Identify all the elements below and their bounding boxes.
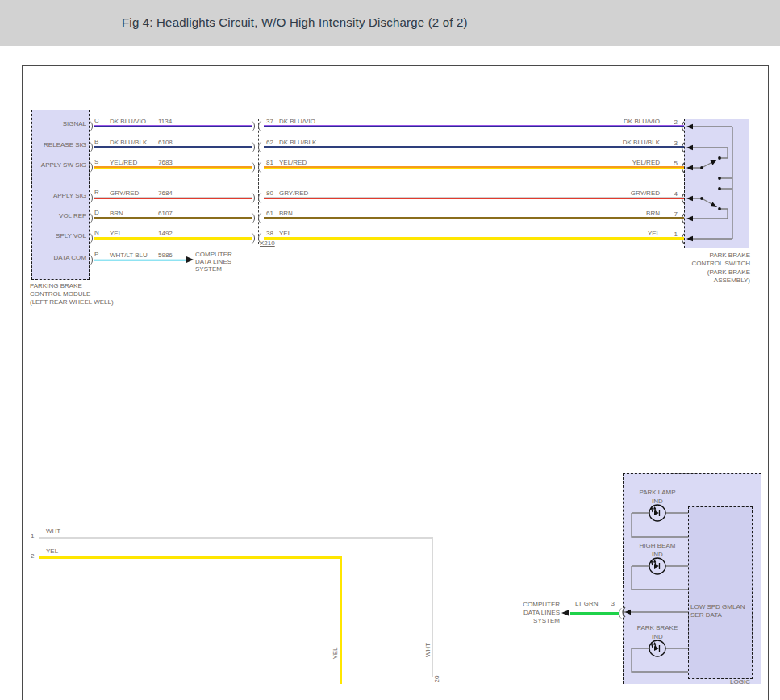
bottom-wire2-color-label: YEL <box>46 548 58 555</box>
module-pin-name: SIGNAL <box>32 120 86 127</box>
wire-row-release-sig: RELEASE SIG B DK BLU/BLK 6108 62 DK BLU/… <box>0 138 780 159</box>
high-beam-ind-line2: IND <box>625 551 690 558</box>
inline-connector-pin: 38 <box>266 230 273 237</box>
inline-connector-pin: 80 <box>266 190 273 197</box>
wire-segment-right <box>264 146 684 148</box>
wire-circuit-number: 7684 <box>158 190 173 197</box>
wire-color-label: GRY/RED <box>110 190 139 197</box>
module-pin-name: APPLY SW SIG <box>32 161 86 169</box>
data-lines-arrow-icon <box>186 256 194 263</box>
module-pin-letter: D <box>94 209 99 216</box>
switch-label-line4: ASSEMBLY) <box>668 277 750 284</box>
wire-circuit-number: 6108 <box>158 139 173 146</box>
wire-color-label-2: DK BLU/VIO <box>279 118 315 125</box>
cluster-destination-line3: SYSTEM <box>516 617 560 624</box>
wire-color-label-right: GRY/RED <box>591 190 660 197</box>
wire-segment-right <box>264 217 684 219</box>
wire-segment-left <box>94 125 252 127</box>
wire-color-label: YEL/RED <box>110 159 137 166</box>
module-label-line3: (LEFT REAR WHEEL WELL) <box>30 298 114 306</box>
connector-arc <box>89 193 93 203</box>
figure-title: Fig 4: Headlights Circuit, W/O High Inte… <box>122 15 468 29</box>
connector-arc <box>251 193 255 203</box>
module-pin-name: RELEASE SIG <box>32 141 86 148</box>
wiring-diagram-page: { "title": "Fig 4: Headlights Circuit, W… <box>0 0 780 700</box>
wire-color-label-right: YEL/RED <box>591 159 660 166</box>
module-pin-letter: C <box>94 117 99 124</box>
connector-arc <box>251 162 255 173</box>
destination-line3: SYSTEM <box>195 265 222 273</box>
module-pin-letter: P <box>94 251 98 258</box>
connector-arc <box>258 213 262 223</box>
destination-line1: COMPUTER <box>195 251 232 258</box>
yel-vertical-label: YEL <box>332 644 340 663</box>
wire-row-data-com: DATA COM P WHT/LT BLU 5986 COMPUTER DATA… <box>0 251 780 272</box>
switch-pin-number: 1 <box>665 231 678 238</box>
wire-row-apply-sig: APPLY SIG R GRY/RED 7684 80 GRY/RED GRY/… <box>0 189 780 210</box>
connector-arc <box>251 142 255 152</box>
wire-segment-data-com <box>94 259 186 261</box>
connector-arc <box>258 233 262 244</box>
bottom-wire2-pin: 2 <box>31 552 34 560</box>
switch-pin-number: 2 <box>665 119 678 126</box>
bottom-end-pin-label: 20 <box>433 673 441 685</box>
wire-circuit-number: 1492 <box>158 230 173 237</box>
yel-wire-horizontal <box>39 556 341 559</box>
wht-vertical-label: WHT <box>424 640 432 660</box>
gmlan-label-line1: LOW SPD GMLAN <box>690 603 745 610</box>
wire-color-label: WHT/LT BLU <box>110 252 148 259</box>
connector-arc <box>619 608 623 619</box>
module-pin-name: SPLY VOL <box>32 232 86 240</box>
park-lamp-ind-line1: PARK LAMP <box>625 489 690 496</box>
connector-arc <box>89 233 93 244</box>
wire-row-apply-sw-sig: APPLY SW SIG S YEL/RED 7683 81 YEL/RED Y… <box>0 158 780 179</box>
computer-data-lines-arrow-icon <box>561 610 569 616</box>
wire-color-label: DK BLU/VIO <box>110 118 146 125</box>
lt-grn-wire <box>570 612 619 615</box>
connector-arc <box>89 142 93 152</box>
wire-segment-right <box>264 237 684 240</box>
wire-segment-left <box>94 146 252 148</box>
wht-wire-horizontal <box>39 537 433 539</box>
connector-arc <box>258 142 262 152</box>
wire-color-label: BRN <box>110 210 123 217</box>
switch-pin-number: 7 <box>665 210 678 218</box>
cluster-destination-line1: COMPUTER <box>516 601 560 608</box>
wire-color-label-2: DK BLU/BLK <box>279 139 316 146</box>
park-lamp-ind-line2: IND <box>625 498 690 505</box>
high-beam-ind-line1: HIGH BEAM <box>625 542 690 549</box>
wire-segment-right <box>264 197 684 199</box>
connector-arc <box>89 213 93 223</box>
wire-circuit-number: 7683 <box>158 159 173 166</box>
wire-color-label: YEL <box>110 230 122 237</box>
cluster-internal-circuit <box>617 473 762 684</box>
wire-segment-left <box>94 166 252 169</box>
wire-row-vol-ref: VOL REF D BRN 6107 61 BRN BRN 7 <box>0 209 780 230</box>
wire-segment-right <box>264 166 684 169</box>
wire-segment-left <box>94 237 252 240</box>
module-pin-name: VOL REF <box>32 212 86 219</box>
connector-arc <box>258 193 262 203</box>
wire-color-label: DK BLU/BLK <box>110 139 147 146</box>
wire-segment-left <box>94 197 252 199</box>
switch-pin-number: 3 <box>665 140 678 147</box>
wire-row-signal: SIGNAL C DK BLU/VIO 1134 37 DK BLU/VIO D… <box>0 117 780 138</box>
connector-arc <box>89 121 93 131</box>
connector-arc <box>251 213 255 223</box>
connector-arc <box>89 255 93 265</box>
module-pin-name: APPLY SIG <box>32 192 86 199</box>
yel-wire-vertical <box>340 556 342 684</box>
wire-row-sply-vol: SPLY VOL N YEL 1492 38 YEL YEL 1 <box>0 229 780 250</box>
inline-connector-pin: 61 <box>266 210 273 217</box>
wire-segment-right <box>264 125 684 127</box>
cluster-destination-line2: DATA LINES <box>516 609 560 616</box>
wire-color-label-2: BRN <box>279 210 293 217</box>
switch-pin-number: 5 <box>665 160 678 167</box>
module-pin-letter: B <box>94 138 98 145</box>
wire-color-label-right: DK BLU/VIO <box>591 118 660 125</box>
park-brake-ind-line2: IND <box>625 633 690 640</box>
inline-connector-pin: 62 <box>266 139 273 146</box>
wire-color-label-2: YEL <box>279 230 291 237</box>
gmlan-label-line2: SER DATA <box>690 611 722 619</box>
cluster-pin-number: 3 <box>605 600 615 607</box>
